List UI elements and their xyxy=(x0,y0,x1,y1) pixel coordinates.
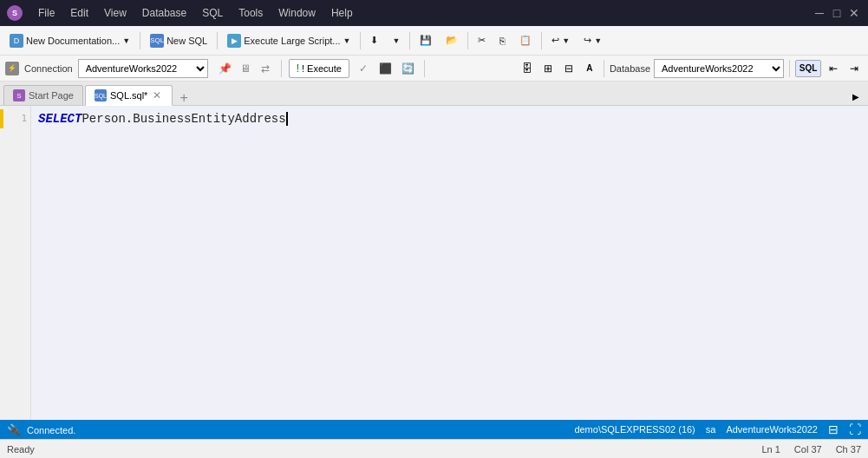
indent-icon: ⇤ xyxy=(829,62,838,75)
ln-indicator: Ln 1 xyxy=(761,444,780,455)
cursor-position: Ln 1 Col 37 Ch 37 xyxy=(761,444,861,455)
connection-bar: ⚡ Connection AdventureWorks2022 📌 🖥 ⇄ ! … xyxy=(0,56,868,82)
close-window-button[interactable]: ✕ xyxy=(847,6,861,20)
ready-status: Ready xyxy=(7,444,35,455)
dropdown-arrow-icon: ▼ xyxy=(122,36,130,45)
refresh-button[interactable]: 🔄 xyxy=(400,60,417,77)
toolbar-row-1: D New Documentation... ▼ SQL New SQL ▶ E… xyxy=(0,26,868,56)
cut-icon: ✂ xyxy=(478,35,486,46)
conn-icon-btn-3[interactable]: ⇄ xyxy=(257,60,274,77)
editor-wrapper: 1 SELECT Person.BusinessEntityAddress AD… xyxy=(0,106,868,420)
menu-sql[interactable]: SQL xyxy=(195,5,230,21)
connection-label: Connection xyxy=(24,63,73,74)
toolbar-sep-2 xyxy=(217,32,218,49)
arrow-down-icon: ⬇ xyxy=(370,35,378,46)
menu-view[interactable]: View xyxy=(97,5,134,21)
doc-icon: D xyxy=(10,34,23,48)
font-icon-btn[interactable]: A xyxy=(581,60,598,77)
minimize-button[interactable]: ─ xyxy=(813,6,826,20)
pin-icon: 📌 xyxy=(219,62,232,75)
db-icon-btn[interactable]: 🗄 xyxy=(519,60,536,77)
icon-btn-1[interactable]: ⬇ xyxy=(364,29,384,52)
font-icon: A xyxy=(586,63,592,73)
save-button[interactable]: 💾 xyxy=(414,29,438,52)
redo-button[interactable]: ↪ ▼ xyxy=(578,29,608,52)
conn-icon-btn-1[interactable]: 📌 xyxy=(217,60,234,77)
menu-tools[interactable]: Tools xyxy=(232,5,270,21)
switch-icon: ⇄ xyxy=(261,62,270,75)
conn-sep-2 xyxy=(424,60,425,77)
table-icon: ⊟ xyxy=(565,62,573,75)
menu-database[interactable]: Database xyxy=(135,5,193,21)
tab-sql-file[interactable]: SQL SQL.sql* ✕ xyxy=(85,85,173,106)
execute-large-script-label: Execute Large Script... xyxy=(244,36,340,46)
fullscreen-icon: ⛶ xyxy=(849,422,861,436)
database-select[interactable]: AdventureWorks2022 xyxy=(654,59,784,78)
script-dropdown-icon: ▼ xyxy=(343,36,351,45)
paste-button[interactable]: 📋 xyxy=(513,29,538,52)
connection-type-icon: ⚡ xyxy=(5,62,19,75)
save-icon: 💾 xyxy=(420,35,432,46)
toolbar-sep-6 xyxy=(541,32,542,49)
menu-help[interactable]: Help xyxy=(324,5,360,21)
editor-content[interactable]: 1 SELECT Person.BusinessEntityAddress AD… xyxy=(0,106,868,420)
open-button[interactable]: 📂 xyxy=(440,29,464,52)
tab-start-page-label: Start Page xyxy=(29,90,74,101)
parse-button[interactable]: ✓ xyxy=(355,60,372,77)
code-editor[interactable]: SELECT Person.BusinessEntityAddress xyxy=(31,106,712,420)
menu-edit[interactable]: Edit xyxy=(63,5,95,21)
maximize-button[interactable]: □ xyxy=(830,6,844,20)
connection-select[interactable]: AdventureWorks2022 xyxy=(78,59,208,78)
indent-btn[interactable]: ⇤ xyxy=(825,60,842,77)
new-tab-button[interactable]: + xyxy=(174,91,193,105)
status-left: 🔌 Connected. xyxy=(7,423,567,436)
editor-line-1: SELECT Person.BusinessEntityAddress xyxy=(38,109,705,128)
cut-button[interactable]: ✂ xyxy=(472,29,492,52)
text-cursor xyxy=(286,112,288,126)
tab-start-page[interactable]: S Start Page xyxy=(3,85,83,105)
conn-icon-group: 📌 🖥 ⇄ xyxy=(217,60,274,77)
new-documentation-button[interactable]: D New Documentation... ▼ xyxy=(3,29,136,52)
refresh-icon: 🔄 xyxy=(401,62,414,75)
status-right: demo\SQLEXPRESS02 (16) sa AdventureWorks… xyxy=(574,422,861,436)
execute-button[interactable]: ! ! Execute xyxy=(289,59,349,78)
parse-icon: ✓ xyxy=(359,62,368,75)
menu-window[interactable]: Window xyxy=(271,5,323,21)
grid-icon-btn[interactable]: ⊞ xyxy=(539,60,557,77)
menu-file[interactable]: File xyxy=(31,5,62,21)
dropdown-icon: ▼ xyxy=(392,36,400,45)
conn-sep-4 xyxy=(789,60,790,77)
new-sql-button[interactable]: SQL New SQL xyxy=(144,29,213,52)
display-mode-icon: ⊟ xyxy=(828,422,839,436)
sql-icon: SQL xyxy=(150,34,164,48)
toolbar-sep-5 xyxy=(467,32,468,49)
execute-label: ! Execute xyxy=(302,63,342,74)
outdent-btn[interactable]: ⇥ xyxy=(845,60,863,77)
toolbar-sep-4 xyxy=(409,32,410,49)
ready-bar: Ready Ln 1 Col 37 Ch 37 xyxy=(0,439,868,458)
grid-icon: ⊞ xyxy=(544,62,552,75)
sql-mode-btn[interactable]: SQL xyxy=(795,60,821,77)
execute-icon: ! xyxy=(297,62,299,75)
sql-file-icon: SQL xyxy=(95,89,107,101)
stop-button[interactable]: ⬛ xyxy=(377,60,395,77)
tab-scroll-right-button[interactable]: ▶ xyxy=(847,88,865,105)
copy-button[interactable]: ⎘ xyxy=(493,29,512,52)
open-icon: 📂 xyxy=(446,35,458,46)
table-icon-btn[interactable]: ⊟ xyxy=(560,60,578,77)
toolbar-sep-3 xyxy=(360,32,361,49)
database-label: Database xyxy=(610,63,650,74)
tab-bar: S Start Page SQL SQL.sql* ✕ + ▶ xyxy=(0,82,868,106)
new-documentation-label: New Documentation... xyxy=(26,36,120,46)
conn-sep-3 xyxy=(604,60,604,77)
icon-btn-2[interactable]: ▼ xyxy=(386,29,406,52)
outdent-icon: ⇥ xyxy=(850,62,858,75)
script-icon: ▶ xyxy=(227,34,241,48)
execute-large-script-button[interactable]: ▶ Execute Large Script... ▼ xyxy=(221,29,356,52)
status-bar: 🔌 Connected. demo\SQLEXPRESS02 (16) sa A… xyxy=(0,420,868,439)
close-tab-icon[interactable]: ✕ xyxy=(151,89,163,101)
undo-button[interactable]: ↩ ▼ xyxy=(545,29,576,52)
paste-icon: 📋 xyxy=(519,35,532,46)
conn-icon-btn-2[interactable]: 🖥 xyxy=(237,60,254,77)
title-bar: S File Edit View Database SQL Tools Wind… xyxy=(0,0,868,26)
